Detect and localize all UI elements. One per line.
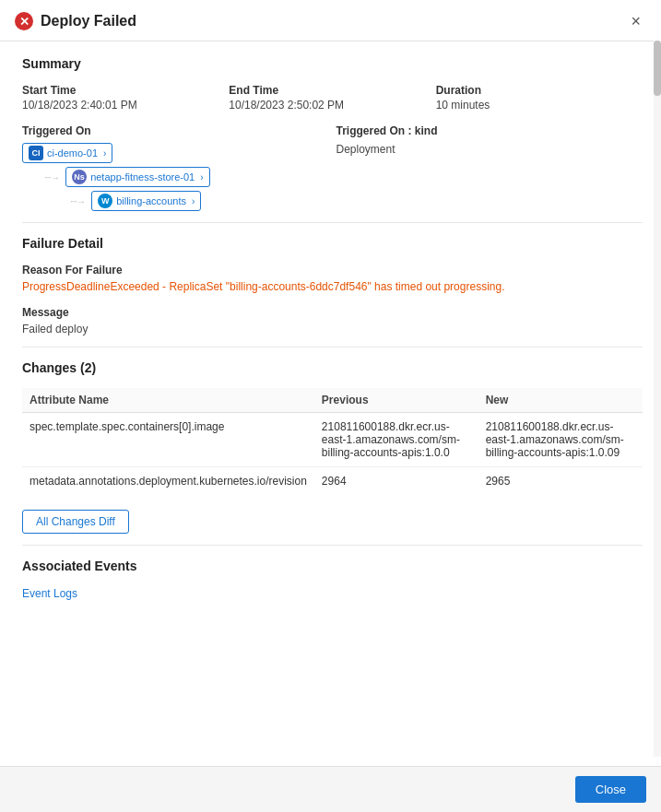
ci-badge[interactable]: CI ci-demo-01 › xyxy=(22,143,112,163)
end-time-value: 10/18/2023 2:50:02 PM xyxy=(229,99,435,112)
message-block: Message Failed deploy xyxy=(22,306,643,335)
scrollbar-track[interactable] xyxy=(654,41,661,757)
modal-footer: Close xyxy=(0,766,661,812)
w-badge[interactable]: W billing-accounts › xyxy=(91,191,201,211)
message-text: Failed deploy xyxy=(22,323,643,335)
error-icon: ✕ xyxy=(15,12,33,30)
end-time-label: End Time xyxy=(229,84,435,97)
start-time-value: 10/18/2023 2:40:01 PM xyxy=(22,99,229,112)
ci-badge-label: ci-demo-01 xyxy=(47,147,98,159)
changes-section: Changes (2) Attribute Name Previous New … xyxy=(22,347,643,546)
col-new-header: New xyxy=(478,388,643,413)
table-row: metadata.annotations.deployment.kubernet… xyxy=(22,467,643,496)
table-cell-previous: 210811600188.dkr.ecr.us-east-1.amazonaws… xyxy=(314,413,478,467)
message-label: Message xyxy=(22,306,643,319)
w-badge-label: billing-accounts xyxy=(116,195,186,206)
w-icon: W xyxy=(98,194,112,208)
modal-header: ✕ Deploy Failed × xyxy=(0,0,661,41)
connector-w: ····→ xyxy=(70,196,85,206)
col-attribute-header: Attribute Name xyxy=(22,388,314,413)
table-cell-attribute: spec.template.spec.containers[0].image xyxy=(22,413,314,467)
table-cell-new_val: 2965 xyxy=(478,467,643,496)
table-cell-new_val: 210811600188.dkr.ecr.us-east-1.amazonaws… xyxy=(478,413,643,467)
w-badge-row: ····→ W billing-accounts › xyxy=(22,191,329,211)
modal-body: Summary Start Time 10/18/2023 2:40:01 PM… xyxy=(0,41,661,766)
ns-badge-row: ····→ Ns netapp-fitness-store-01 › xyxy=(22,167,329,187)
ci-icon: CI xyxy=(29,146,43,160)
event-logs-link[interactable]: Event Logs xyxy=(22,587,77,600)
triggered-kind-value: Deployment xyxy=(336,143,643,156)
associated-section: Associated Events Event Logs xyxy=(22,546,643,611)
duration-label: Duration xyxy=(436,84,643,97)
ns-badge-label: netapp-fitness-store-01 xyxy=(90,171,195,182)
table-cell-previous: 2964 xyxy=(314,467,478,496)
ci-badge-arrow: › xyxy=(103,148,106,159)
col-previous-header: Previous xyxy=(314,388,478,413)
modal-title: Deploy Failed xyxy=(41,13,136,29)
reason-block: Reason For Failure ProgressDeadlineExcee… xyxy=(22,264,643,293)
changes-title: Changes (2) xyxy=(22,360,643,375)
ns-badge[interactable]: Ns netapp-fitness-store-01 › xyxy=(65,167,209,187)
reason-label: Reason For Failure xyxy=(22,264,643,277)
table-header-row: Attribute Name Previous New xyxy=(22,388,643,413)
triggered-kind-col: Triggered On : kind Deployment xyxy=(336,124,643,211)
triggered-on-col: Triggered On CI ci-demo-01 › ····→ xyxy=(22,124,329,211)
changes-table: Attribute Name Previous New spec.templat… xyxy=(22,388,643,495)
triggered-on-label: Triggered On xyxy=(22,124,329,137)
start-time-item: Start Time 10/18/2023 2:40:01 PM xyxy=(22,84,229,112)
footer-close-button[interactable]: Close xyxy=(575,776,646,803)
table-row: spec.template.spec.containers[0].image21… xyxy=(22,413,643,467)
table-cell-attribute: metadata.annotations.deployment.kubernet… xyxy=(22,467,314,496)
deploy-failed-modal: ✕ Deploy Failed × Summary Start Time 10/… xyxy=(0,0,661,812)
ns-badge-arrow: › xyxy=(200,172,203,182)
failure-section-title: Failure Detail xyxy=(22,236,643,251)
reason-text: ProgressDeadlineExceeded - ReplicaSet "b… xyxy=(22,280,643,293)
ci-badge-row: CI ci-demo-01 › xyxy=(22,143,329,163)
duration-item: Duration 10 minutes xyxy=(436,84,643,112)
meta-grid: Start Time 10/18/2023 2:40:01 PM End Tim… xyxy=(22,84,643,112)
ns-icon: Ns xyxy=(72,170,87,184)
summary-title: Summary xyxy=(22,56,643,71)
failure-section: Failure Detail Reason For Failure Progre… xyxy=(22,223,643,347)
associated-title: Associated Events xyxy=(22,559,643,573)
start-time-label: Start Time xyxy=(22,84,229,97)
summary-section: Summary Start Time 10/18/2023 2:40:01 PM… xyxy=(22,41,643,223)
badge-chain: CI ci-demo-01 › ····→ Ns netapp-fitness-… xyxy=(22,143,329,211)
duration-value: 10 minutes xyxy=(436,99,643,112)
end-time-item: End Time 10/18/2023 2:50:02 PM xyxy=(229,84,435,112)
triggered-kind-label: Triggered On : kind xyxy=(336,124,643,137)
title-row: ✕ Deploy Failed xyxy=(15,12,136,30)
all-changes-diff-button[interactable]: All Changes Diff xyxy=(22,510,129,534)
close-icon-button[interactable]: × xyxy=(625,11,646,31)
scrollbar-thumb[interactable] xyxy=(654,41,661,96)
connector-ns: ····→ xyxy=(44,172,59,182)
w-badge-arrow: › xyxy=(192,196,195,206)
triggered-grid: Triggered On CI ci-demo-01 › ····→ xyxy=(22,124,643,211)
